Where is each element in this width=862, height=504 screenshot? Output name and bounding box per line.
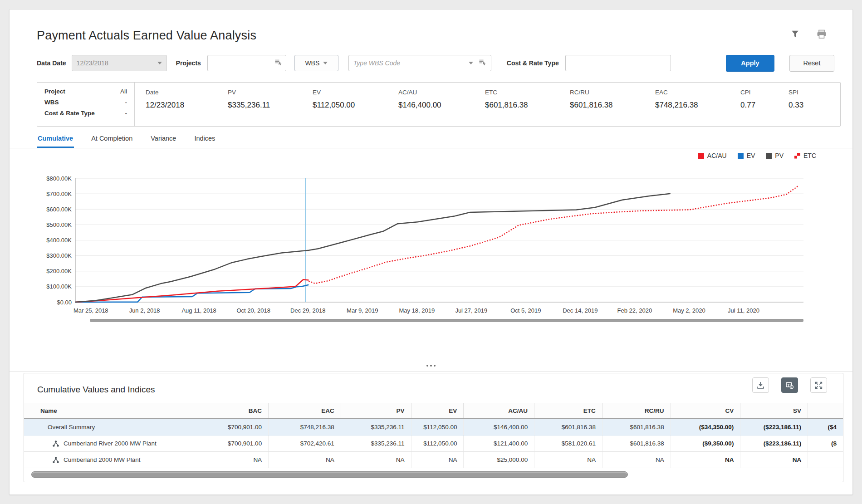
summary-metrics: Date12/23/2018PV$335,236.11EV$112,050.00… <box>135 83 840 126</box>
cost-rate-type-input[interactable] <box>565 55 671 71</box>
row-value-cell: $700,901.00 <box>194 419 268 435</box>
table-row[interactable]: Overall Summary$700,901.00$748,216.38$33… <box>24 419 843 435</box>
row-value-cell: $748,216.38 <box>268 419 341 435</box>
column-header-pv[interactable]: PV <box>341 403 411 418</box>
summary-metric-eac: EAC$748,216.38 <box>655 89 740 126</box>
legend-square-marker <box>738 153 744 159</box>
row-value-cell: ($223,186.11) <box>740 419 808 435</box>
legend-item-ac-au: AC/AU <box>698 152 727 159</box>
row-value-cell: ($223,186.11) <box>740 435 808 451</box>
row-value-cell: $700,901.00 <box>194 435 268 451</box>
title-row: Payment Actuals Earned Value Analysis <box>37 29 840 45</box>
row-value-cell <box>808 452 843 468</box>
summary-metric-ev: EV$112,050.00 <box>313 89 398 126</box>
chevron-down-icon <box>157 62 162 64</box>
summary-metric-pv: PV$335,236.11 <box>228 89 313 126</box>
column-header-eac[interactable]: EAC <box>268 403 341 418</box>
values-table: NameBACEACPVEVAC/AUETCRC/RUCVSVOverall S… <box>24 403 843 468</box>
row-value-cell: ($4 <box>808 419 843 435</box>
series-etc <box>309 186 798 284</box>
row-value-cell: $335,236.11 <box>341 419 411 435</box>
summary-metric-ac-au: AC/AU$146,400.00 <box>398 89 485 126</box>
summary-metric-date: Date12/23/2018 <box>146 89 228 126</box>
column-header-bac[interactable]: BAC <box>194 403 268 418</box>
item-picker-icon[interactable] <box>274 59 282 67</box>
series-pv <box>75 194 671 302</box>
wbs-dropdown-label: WBS <box>305 59 319 67</box>
row-value-cell: ($ <box>808 435 843 451</box>
legend-item-pv: PV <box>766 152 784 159</box>
row-name-cell[interactable]: Cumberland 2000 MW Plant <box>24 452 194 468</box>
column-header-sv[interactable]: SV <box>740 403 808 418</box>
table-scrollbar-thumb[interactable] <box>31 471 628 478</box>
chart-legend: AC/AUEVPVETC <box>698 152 816 159</box>
row-value-cell: $601,816.38 <box>534 419 602 435</box>
summary-metric-rc-ru: RC/RU$601,816.38 <box>570 89 655 126</box>
download-button[interactable] <box>752 377 769 393</box>
y-axis-label: $700.00K <box>46 191 72 197</box>
column-header-etc[interactable]: ETC <box>534 403 602 418</box>
data-date-value: 12/23/2018 <box>77 59 108 67</box>
column-header-ev[interactable]: EV <box>411 403 464 418</box>
row-value-cell: NA <box>740 452 808 468</box>
expand-button[interactable] <box>810 377 827 393</box>
column-header-ac-au[interactable]: AC/AU <box>463 403 534 418</box>
row-value-cell: $702,420.61 <box>268 435 341 451</box>
y-axis-label: $0.00 <box>57 299 72 306</box>
reset-button[interactable]: Reset <box>789 55 834 72</box>
row-value-cell: $335,236.11 <box>341 435 411 451</box>
cost-rate-type-label: Cost & Rate Type <box>507 59 559 67</box>
chevron-down-icon <box>323 62 328 64</box>
tab-bar: CumulativeAt CompletionVarianceIndices <box>10 133 852 148</box>
apply-button[interactable]: Apply <box>726 55 774 72</box>
legend-square-marker <box>766 153 772 159</box>
x-axis-label: Aug 11, 2018 <box>181 307 216 314</box>
table-row[interactable]: Cumberland 2000 MW PlantNANANANA$25,000.… <box>24 452 843 468</box>
data-date-select[interactable]: 12/23/2018 <box>72 55 167 71</box>
filter-icon[interactable] <box>790 29 800 39</box>
item-picker-icon[interactable] <box>479 59 486 67</box>
tab-at-completion[interactable]: At Completion <box>90 133 133 148</box>
table-horizontal-scrollbar[interactable] <box>30 471 837 478</box>
row-value-cell: $25,000.00 <box>463 452 534 468</box>
panel-splitter-handle[interactable] <box>10 365 852 367</box>
row-name-cell[interactable]: Overall Summary <box>24 419 194 435</box>
x-axis-label: Mar 9, 2019 <box>347 307 378 314</box>
chart-horizontal-scrollbar[interactable] <box>90 319 803 322</box>
y-axis-label: $500.00K <box>46 221 72 228</box>
column-header-name[interactable]: Name <box>24 403 194 418</box>
y-axis-label: $400.00K <box>46 237 72 244</box>
table-header-row: NameBACEACPVEVAC/AUETCRC/RUCVSV <box>24 403 843 419</box>
x-axis-label: Oct 20, 2018 <box>236 307 270 314</box>
table-settings-button[interactable] <box>781 377 798 393</box>
row-value-cell: $112,050.00 <box>411 435 464 451</box>
printer-icon[interactable] <box>816 29 827 39</box>
tab-indices[interactable]: Indices <box>193 133 216 148</box>
row-value-cell: NA <box>194 452 268 468</box>
summary-metric-cpi: CPI0.77 <box>740 89 789 126</box>
wbs-code-input[interactable]: Type WBS Code <box>348 55 491 71</box>
row-value-cell: NA <box>671 452 740 468</box>
row-value-cell: NA <box>341 452 411 468</box>
page-title: Payment Actuals Earned Value Analysis <box>37 29 840 43</box>
projects-label: Projects <box>176 59 201 67</box>
row-value-cell: $146,400.00 <box>463 419 534 435</box>
legend-square-marker <box>698 153 704 159</box>
legend-checker-marker <box>794 153 800 159</box>
summary-scope-row: WBS- <box>44 99 127 106</box>
wbs-dropdown[interactable]: WBS <box>294 55 338 71</box>
tab-variance[interactable]: Variance <box>150 133 177 148</box>
y-axis-label: $300.00K <box>46 252 72 259</box>
tab-cumulative[interactable]: Cumulative <box>37 133 74 148</box>
legend-item-etc: ETC <box>794 152 816 159</box>
projects-input[interactable] <box>207 55 286 71</box>
column-header-cv[interactable]: CV <box>671 403 740 418</box>
row-name-cell[interactable]: Cumberland River 2000 MW Plant <box>24 435 194 451</box>
column-header-rc-ru[interactable]: RC/RU <box>602 403 671 418</box>
column-header-truncated[interactable] <box>808 403 843 418</box>
project-node-icon <box>52 440 59 447</box>
x-axis-label: Oct 5, 2019 <box>510 307 541 314</box>
table-row[interactable]: Cumberland River 2000 MW Plant$700,901.0… <box>24 435 843 452</box>
row-value-cell: ($9,350.00) <box>671 435 740 451</box>
row-value-cell: $121,400.00 <box>463 435 534 451</box>
